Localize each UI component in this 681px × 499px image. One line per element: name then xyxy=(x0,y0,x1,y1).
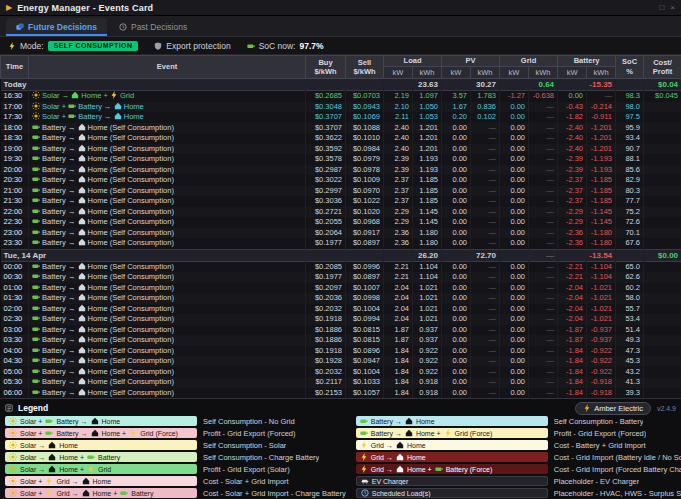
house-icon xyxy=(48,453,56,461)
event-row[interactable]: 05:30 Battery → Home (Self Consumption)$… xyxy=(1,377,681,388)
value-cell: 0.918 xyxy=(413,388,442,399)
event-row[interactable]: 18:30 Battery → Home (Self Consumption)$… xyxy=(1,133,681,144)
value-cell: -0.922 xyxy=(587,356,616,367)
event-row[interactable]: 22:30 Battery → Home (Self Consumption)$… xyxy=(1,217,681,228)
close-icon[interactable]: × xyxy=(670,3,675,12)
value-cell: — xyxy=(587,91,616,102)
event-row[interactable]: 19:00 Battery → Home (Self Consumption)$… xyxy=(1,144,681,155)
event-row[interactable]: 00:30 Battery → Home (Self Consumption)$… xyxy=(1,272,681,283)
event-row[interactable]: 04:00 Battery → Home (Self Consumption)$… xyxy=(1,346,681,357)
value-cell: 1.783 xyxy=(471,91,500,102)
buy-price-cell: $0.2064 xyxy=(306,228,346,239)
event-row[interactable]: 01:00 Battery → Home (Self Consumption)$… xyxy=(1,283,681,294)
event-row[interactable]: 18:00 Battery → Home (Self Consumption)$… xyxy=(1,123,681,134)
mode-indicator: Mode: SELF CONSUMPTION xyxy=(8,41,138,51)
event-cell: Battery → Home (Self Consumption) xyxy=(29,261,306,272)
value-cell: -0.918 xyxy=(587,388,616,399)
event-row[interactable]: 00:00 Battery → Home (Self Consumption)$… xyxy=(1,261,681,272)
event-row[interactable]: 20:00 Battery → Home (Self Consumption)$… xyxy=(1,165,681,176)
value-cell: 1.84 xyxy=(384,367,413,378)
event-row[interactable]: 22:00 Battery → Home (Self Consumption)$… xyxy=(1,207,681,218)
col-header-pv[interactable]: PV xyxy=(442,56,500,67)
house-icon xyxy=(78,377,86,385)
event-row[interactable]: 23:30 Battery → Home (Self Consumption)$… xyxy=(1,238,681,249)
sell-price-cell: $0.1007 xyxy=(346,283,384,294)
sell-price-cell: $0.1010 xyxy=(346,133,384,144)
col-header-cost[interactable]: Cost/ Profit xyxy=(644,56,681,79)
value-cell: 0.00 xyxy=(442,207,471,218)
battery-icon xyxy=(32,165,40,173)
value-cell: 0.918 xyxy=(413,377,442,388)
value-cell: 0.00 xyxy=(500,165,529,176)
cost-cell xyxy=(644,196,681,207)
event-row[interactable]: 02:30 Battery → Home (Self Consumption)$… xyxy=(1,314,681,325)
col-header-buy[interactable]: Buy $/kWh xyxy=(306,56,346,79)
sell-price-cell: $0.0897 xyxy=(346,272,384,283)
buy-price-cell: $0.2721 xyxy=(306,207,346,218)
value-cell: — xyxy=(529,112,558,123)
battery-icon xyxy=(45,429,53,437)
value-cell: 0.937 xyxy=(413,335,442,346)
value-cell: 1.87 xyxy=(384,325,413,336)
event-row[interactable]: 19:30 Battery → Home (Self Consumption)$… xyxy=(1,154,681,165)
value-cell: 2.37 xyxy=(384,196,413,207)
buy-unit-label: $/kWh xyxy=(308,67,343,76)
day-section-row: Tue, 14 Apr26.2072.70—-13.54$0.00 xyxy=(1,249,681,261)
event-row[interactable]: 01:30 Battery → Home (Self Consumption)$… xyxy=(1,293,681,304)
battery-icon xyxy=(32,346,40,354)
value-cell: -1.27 xyxy=(500,91,529,102)
amber-electric-badge[interactable]: Amber Electric xyxy=(575,402,651,415)
time-cell: 04:30 xyxy=(1,356,29,367)
value-cell: 2.39 xyxy=(384,165,413,176)
grid-kw-unit: kW xyxy=(500,67,529,79)
house-icon xyxy=(114,102,122,110)
buy-price-cell: $0.2085 xyxy=(306,261,346,272)
bolt-icon xyxy=(444,429,452,437)
value-cell: 2.21 xyxy=(384,261,413,272)
col-header-event[interactable]: Event xyxy=(29,56,306,79)
value-cell: -1.201 xyxy=(587,123,616,134)
sun-icon xyxy=(9,417,17,425)
tab-future-decisions[interactable]: Future Decisions xyxy=(6,18,107,36)
col-header-time[interactable]: Time xyxy=(1,56,29,79)
col-header-soc[interactable]: SoC % xyxy=(616,56,644,79)
event-row[interactable]: 21:00 Battery → Home (Self Consumption)$… xyxy=(1,186,681,197)
value-cell: 0.00 xyxy=(500,175,529,186)
event-row[interactable]: 03:30 Battery → Home (Self Consumption)$… xyxy=(1,335,681,346)
buy-price-cell: $0.3578 xyxy=(306,154,346,165)
sun-icon xyxy=(32,91,40,99)
value-cell: -1.87 xyxy=(558,325,587,336)
day-soc xyxy=(616,79,644,91)
time-cell: 04:00 xyxy=(1,346,29,357)
day-section-row: Today23.6330.270.64-15.35$0.04 xyxy=(1,79,681,91)
export-protection-toggle[interactable]: Export protection xyxy=(154,41,230,51)
col-header-grid[interactable]: Grid xyxy=(500,56,558,67)
event-row[interactable]: 05:00 Battery → Home (Self Consumption)$… xyxy=(1,367,681,378)
house-icon xyxy=(78,165,86,173)
col-header-battery[interactable]: Battery xyxy=(558,56,616,67)
value-cell: 1.097 xyxy=(413,91,442,102)
tab-past-decisions[interactable]: Past Decisions xyxy=(109,18,197,36)
event-row[interactable]: 20:30 Battery → Home (Self Consumption)$… xyxy=(1,175,681,186)
house-icon xyxy=(48,441,56,449)
event-row[interactable]: 17:00 Solar + Battery → Home$0.3048$0.09… xyxy=(1,102,681,113)
value-cell: — xyxy=(529,261,558,272)
event-row[interactable]: 02:00 Battery → Home (Self Consumption)$… xyxy=(1,304,681,315)
event-row[interactable]: 03:00 Battery → Home (Self Consumption)$… xyxy=(1,325,681,336)
col-header-sell[interactable]: Sell $/kWh xyxy=(346,56,384,79)
event-row[interactable]: 23:00 Battery → Home (Self Consumption)$… xyxy=(1,228,681,239)
sell-price-cell: $0.1004 xyxy=(346,304,384,315)
maximize-icon[interactable]: □ xyxy=(659,3,664,12)
event-row[interactable]: 04:30 Battery → Home (Self Consumption)$… xyxy=(1,356,681,367)
event-row[interactable]: 17:30 Solar + Battery → Home$0.3707$0.10… xyxy=(1,112,681,123)
event-row[interactable]: 16:30 Solar → Home + Grid$0.2685$0.07032… xyxy=(1,91,681,102)
legend-grid: Solar + Battery → HomeSelf Consumption -… xyxy=(5,415,676,499)
event-cell: Battery → Home (Self Consumption) xyxy=(29,144,306,155)
value-cell: — xyxy=(471,335,500,346)
event-row[interactable]: 06:00 Battery → Home (Self Consumption)$… xyxy=(1,388,681,399)
legend-col-right: Battery → HomeSelf Consumption - Battery… xyxy=(356,415,681,499)
house-icon xyxy=(78,304,86,312)
col-header-load[interactable]: Load xyxy=(384,56,442,67)
event-row[interactable]: 21:30 Battery → Home (Self Consumption)$… xyxy=(1,196,681,207)
legend: Legend Amber Electric v2.4.9 Solar + Bat… xyxy=(0,398,681,499)
